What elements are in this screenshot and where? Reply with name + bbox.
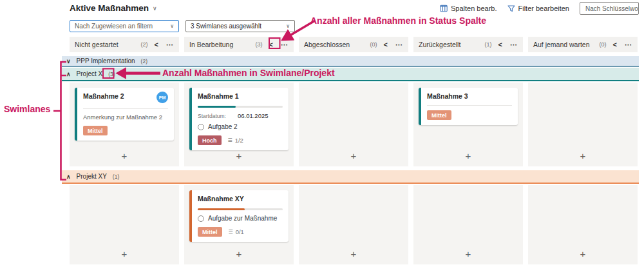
card-massnahme-1[interactable]: Maßnahme 1 Startdatum: 06.01.2025 Aufgab… (189, 88, 289, 150)
task-checkbox[interactable] (198, 124, 204, 130)
cell-nicht-gestartet-projekt-xy: + (70, 185, 179, 264)
assigned-filter-dropdown[interactable]: Nach Zugewiesen an filtern ∨ (70, 20, 179, 32)
column-label: Auf jemand warten (533, 41, 600, 48)
column-label: Zurückgestellt (419, 41, 485, 48)
add-task-button[interactable]: + (236, 249, 242, 264)
search-input[interactable]: Nach Schlüsselwort fi... (580, 2, 639, 15)
page-title-label: Aktive Maßnahmen (70, 3, 149, 13)
swimlane-label: PPP Implementation (77, 57, 135, 64)
cell-abgeschlossen-project-x: + (299, 83, 408, 166)
swimlane-header-projekt-xy[interactable]: ∧ Projekt XY (1) (62, 170, 639, 184)
column-count-highlighted: (3) (256, 41, 263, 48)
edit-columns-button[interactable]: Spalten bearb. (440, 5, 497, 12)
cell-in-bearbeitung-projekt-xy: Maßnahme XY Aufgabe zur Maßnahme Mittel … (184, 185, 294, 264)
column-label: In Bearbeitung (189, 41, 256, 48)
more-options-icon[interactable]: ⋯ (281, 41, 289, 49)
add-task-button[interactable]: + (122, 249, 128, 264)
chevron-up-icon[interactable]: ∧ (66, 173, 71, 180)
add-task-button[interactable]: + (580, 249, 586, 264)
add-task-button[interactable]: + (580, 151, 586, 166)
chevron-up-icon[interactable]: ∧ (66, 71, 71, 77)
cell-auf-jemand-warten-project-x: + (528, 83, 638, 166)
progress-fill (198, 106, 236, 108)
swimlane-count: (1) (113, 173, 119, 180)
collapse-column-icon[interactable]: < (269, 41, 273, 48)
chevron-down-icon: ∨ (286, 23, 290, 29)
swimlane-filter-dropdown[interactable]: 3 Swimlanes ausgewählt ∨ (185, 20, 295, 32)
swimlane-header-project-x[interactable]: ∧ Project X (3) (62, 68, 639, 81)
priority-badge: Mittel (427, 110, 451, 120)
edit-filter-button[interactable]: Filter bearbeiten (507, 5, 570, 12)
more-options-icon[interactable]: ⋯ (625, 41, 632, 49)
column-count: (0) (370, 41, 377, 48)
column-header-abgeschlossen: Abgeschlossen (0) < ⋯ (299, 37, 408, 52)
cell-nicht-gestartet-project-x: Maßnahme 2 PM Anmerkung zur Maßnahme 2 M… (70, 83, 179, 166)
column-count: (2) (141, 41, 148, 48)
avatar[interactable]: PM (156, 92, 168, 103)
planner-board-screen: Aktive Maßnahmen ∨ Spalten bearb. Filter… (0, 0, 644, 267)
edit-columns-label: Spalten bearb. (451, 5, 497, 12)
progress-bar (198, 208, 283, 210)
checklist-count: 0/1 (236, 228, 244, 235)
add-task-button[interactable]: + (466, 151, 471, 166)
add-task-button[interactable]: + (351, 151, 357, 166)
card-massnahme-3[interactable]: Maßnahme 3 Mittel (419, 88, 518, 125)
card-title: Maßnahme XY (198, 195, 244, 203)
chevron-down-icon: ∨ (170, 23, 174, 29)
chevron-down-icon[interactable]: ∨ (66, 58, 71, 64)
column-header-row: Nicht gestartet (2) < ⋯ In Bearbeitung (… (62, 37, 639, 52)
more-options-icon[interactable]: ⋯ (395, 41, 403, 49)
add-task-button[interactable]: + (466, 249, 471, 264)
swimlane-count-highlighted: (3) (108, 71, 115, 77)
add-task-button[interactable]: + (236, 151, 242, 166)
start-date-value: 06.01.2025 (238, 112, 269, 119)
progress-fill (198, 208, 245, 210)
assigned-filter-value: Nach Zugewiesen an filtern (75, 23, 153, 30)
cell-zurueckgestellt-projekt-xy: + (413, 185, 523, 264)
swimlane-label: Projekt XY (77, 173, 107, 180)
checklist-icon: ☰ (228, 137, 232, 143)
cell-abgeschlossen-projekt-xy: + (299, 185, 408, 264)
checklist-count: 1/2 (235, 137, 243, 144)
search-placeholder: Nach Schlüsselwort fi... (585, 5, 639, 12)
collapse-column-icon[interactable]: < (155, 41, 158, 48)
start-date-label: Startdatum: (198, 113, 226, 119)
task-label: Aufgabe zur Maßnahme (208, 215, 277, 222)
collapse-column-icon[interactable]: < (498, 41, 502, 48)
column-header-nicht-gestartet: Nicht gestartet (2) < ⋯ (70, 37, 179, 52)
progress-bar (198, 106, 283, 108)
swimlane-count: (2) (141, 58, 147, 64)
filter-icon (507, 5, 515, 12)
task-checkbox[interactable] (198, 215, 204, 222)
column-label: Nicht gestartet (75, 41, 141, 48)
annotation-status-count-label: Anzahl aller Maßnahmen in Status Spalte (310, 15, 486, 26)
columns-icon (440, 5, 448, 12)
swimlane-filter-value: 3 Swimlanes ausgewählt (191, 23, 261, 30)
card-massnahme-xy[interactable]: Maßnahme XY Aufgabe zur Maßnahme Mittel … (189, 190, 289, 242)
kanban-board: Nicht gestartet (2) < ⋯ In Bearbeitung (… (62, 37, 639, 264)
card-divider (427, 105, 512, 106)
swimlane-projekt-xy-row: + Maßnahme XY Aufgabe zur Maßnahme Mitte… (62, 185, 639, 264)
page-title[interactable]: Aktive Maßnahmen ∨ (70, 3, 157, 13)
card-title: Maßnahme 1 (198, 92, 239, 100)
more-options-icon[interactable]: ⋯ (510, 41, 518, 49)
more-options-icon[interactable]: ⋯ (166, 41, 174, 49)
collapse-column-icon[interactable]: < (384, 41, 388, 48)
cell-auf-jemand-warten-projekt-xy: + (528, 185, 638, 264)
annotation-swimlanes-label: Swimlanes (4, 104, 50, 114)
priority-badge: Mittel (198, 227, 222, 237)
checklist-progress: ☰ 0/1 (229, 228, 244, 235)
collapse-column-icon[interactable]: < (613, 41, 617, 48)
column-header-auf-jemand-warten: Auf jemand warten (0) < ⋯ (528, 37, 638, 52)
add-task-button[interactable]: + (351, 249, 357, 264)
column-count: (0) (600, 41, 607, 48)
card-divider (83, 108, 168, 109)
cell-in-bearbeitung-project-x: Maßnahme 1 Startdatum: 06.01.2025 Aufgab… (184, 83, 294, 166)
column-header-in-bearbeitung: In Bearbeitung (3) < ⋯ (184, 37, 294, 52)
column-count: (1) (485, 41, 492, 48)
card-massnahme-2[interactable]: Maßnahme 2 PM Anmerkung zur Maßnahme 2 M… (75, 88, 174, 141)
filter-bar: Nach Zugewiesen an filtern ∨ 3 Swimlanes… (70, 20, 295, 32)
add-task-button[interactable]: + (122, 151, 128, 166)
swimlane-project-x-row: Maßnahme 2 PM Anmerkung zur Maßnahme 2 M… (62, 83, 639, 166)
swimlane-header-ppp-implementation[interactable]: ∨ PPP Implementation (2) (62, 56, 639, 67)
